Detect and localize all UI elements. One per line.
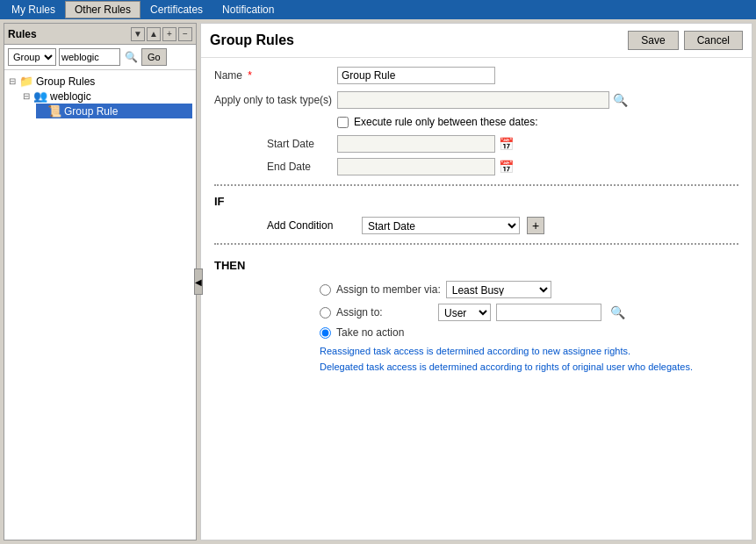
take-no-action-row: Take no action <box>214 326 738 339</box>
panel-collapse-btn[interactable]: ▼ <box>131 27 145 41</box>
tree-children-2: 📜 Group Rule <box>22 104 192 118</box>
take-no-action-label: Take no action <box>336 326 433 339</box>
tree-root-label: Group Rules <box>36 75 95 88</box>
divider-1 <box>214 184 738 186</box>
tree-node-weblogic[interactable]: ⊟ 👥 weblogic <box>22 89 192 104</box>
panel-add-btn[interactable]: + <box>162 27 176 41</box>
assign-to-type-select[interactable]: User Group <box>438 304 491 321</box>
tree-expand-icon-2: ⊟ <box>22 91 31 101</box>
info-text: Reassigned task access is determined acc… <box>214 344 738 375</box>
tab-bar: My Rules Other Rules Certificates Notifi… <box>0 0 756 19</box>
start-date-row: Start Date 📅 <box>214 135 738 153</box>
folder-icon: 📁 <box>19 75 33 88</box>
assign-member-row: Assign to member via: Least Busy Round R… <box>214 281 738 298</box>
tree-weblogic-label: weblogic <box>50 90 91 103</box>
tab-notification[interactable]: Notification <box>212 1 284 18</box>
tree-spacer <box>36 106 45 116</box>
collapse-handle[interactable]: ◀ <box>194 268 203 295</box>
assign-to-radio[interactable] <box>320 307 331 319</box>
apply-input[interactable] <box>337 91 609 109</box>
right-header: Group Rules Save Cancel <box>201 24 752 58</box>
apply-label: Apply only to task type(s) <box>214 94 337 106</box>
tree-expand-icon: ⊟ <box>8 76 17 86</box>
execute-dates-row: Execute rule only between these dates: <box>214 116 738 128</box>
panel-header-btns: ▼ ▲ + − <box>131 27 192 41</box>
name-input[interactable] <box>337 67 495 84</box>
tree-group-rule-label: Group Rule <box>64 105 118 118</box>
assign-to-search-icon[interactable]: 🔍 <box>610 305 625 319</box>
right-title: Group Rules <box>210 32 294 48</box>
assign-member-label: Assign to member via: <box>336 283 441 296</box>
tree-area: ⊟ 📁 Group Rules ⊟ 👥 weblogic 📜 Group Rul… <box>4 70 196 540</box>
execute-dates-checkbox[interactable] <box>337 117 349 128</box>
tab-other-rules[interactable]: Other Rules <box>65 1 140 18</box>
tree-node-group-rule[interactable]: 📜 Group Rule <box>36 104 192 118</box>
start-date-label: Start Date <box>267 138 337 150</box>
right-panel: Group Rules Save Cancel Name * Apply onl… <box>200 23 752 540</box>
take-no-action-radio[interactable] <box>320 327 331 339</box>
divider-2 <box>214 243 738 245</box>
end-date-label: End Date <box>267 161 337 173</box>
info-line-1: Reassigned task access is determined acc… <box>320 344 738 360</box>
tab-my-rules[interactable]: My Rules <box>2 1 65 18</box>
apply-row: Apply only to task type(s) 🔍 <box>214 91 738 109</box>
end-date-input[interactable] <box>337 158 495 175</box>
panel-expand-btn[interactable]: ▲ <box>147 27 161 41</box>
assign-to-label: Assign to: <box>336 306 433 319</box>
required-star: * <box>248 69 252 82</box>
form-area: Name * Apply only to task type(s) 🔍 Exec… <box>201 58 752 540</box>
condition-row: Add Condition Start Date + <box>214 217 738 234</box>
panel-header: Rules ▼ ▲ + − <box>4 24 196 45</box>
cancel-button[interactable]: Cancel <box>684 31 743 50</box>
execute-dates-label: Execute rule only between these dates: <box>354 116 537 128</box>
panel-remove-btn[interactable]: − <box>178 27 192 41</box>
search-bar: Group 🔍 Go <box>4 45 196 70</box>
start-date-input[interactable] <box>337 135 495 153</box>
tree-children: ⊟ 👥 weblogic 📜 Group Rule <box>8 89 192 118</box>
assign-member-select[interactable]: Least Busy Round Robin <box>446 281 551 298</box>
then-section: THEN Assign to member via: Least Busy Ro… <box>214 254 738 375</box>
header-btns: Save Cancel <box>628 31 743 50</box>
go-button[interactable]: Go <box>141 48 167 66</box>
if-label: IF <box>214 195 738 208</box>
add-condition-label: Add Condition <box>267 219 355 232</box>
assign-to-input[interactable] <box>496 304 601 321</box>
apply-search-icon[interactable]: 🔍 <box>613 93 628 107</box>
start-date-calendar-icon[interactable]: 📅 <box>499 137 514 151</box>
panel-title: Rules <box>8 28 131 40</box>
tree-root-group-rules[interactable]: ⊟ 📁 Group Rules <box>8 74 192 89</box>
assign-member-radio[interactable] <box>320 284 331 296</box>
name-row: Name * <box>214 67 738 84</box>
condition-select[interactable]: Start Date <box>362 217 520 234</box>
name-label: Name * <box>214 69 337 82</box>
main-layout: Rules ▼ ▲ + − Group 🔍 Go ⊟ 📁 Group Rules <box>0 19 756 544</box>
then-label: THEN <box>214 259 738 272</box>
left-panel: Rules ▼ ▲ + − Group 🔍 Go ⊟ 📁 Group Rules <box>4 23 197 540</box>
if-section: IF Add Condition Start Date + <box>214 195 738 234</box>
tab-certificates[interactable]: Certificates <box>140 1 212 18</box>
doc-icon: 📜 <box>47 104 61 118</box>
computer-icon: 👥 <box>33 89 47 103</box>
end-date-row: End Date 📅 <box>214 158 738 175</box>
search-input[interactable] <box>59 48 120 66</box>
search-type-select[interactable]: Group <box>8 48 56 66</box>
add-condition-btn[interactable]: + <box>527 217 544 234</box>
assign-to-row: Assign to: User Group 🔍 <box>214 304 738 321</box>
end-date-calendar-icon[interactable]: 📅 <box>499 160 514 174</box>
save-button[interactable]: Save <box>628 31 678 50</box>
search-icon-btn[interactable]: 🔍 <box>123 49 139 65</box>
info-line-2: Delegated task access is determined acco… <box>320 360 738 376</box>
